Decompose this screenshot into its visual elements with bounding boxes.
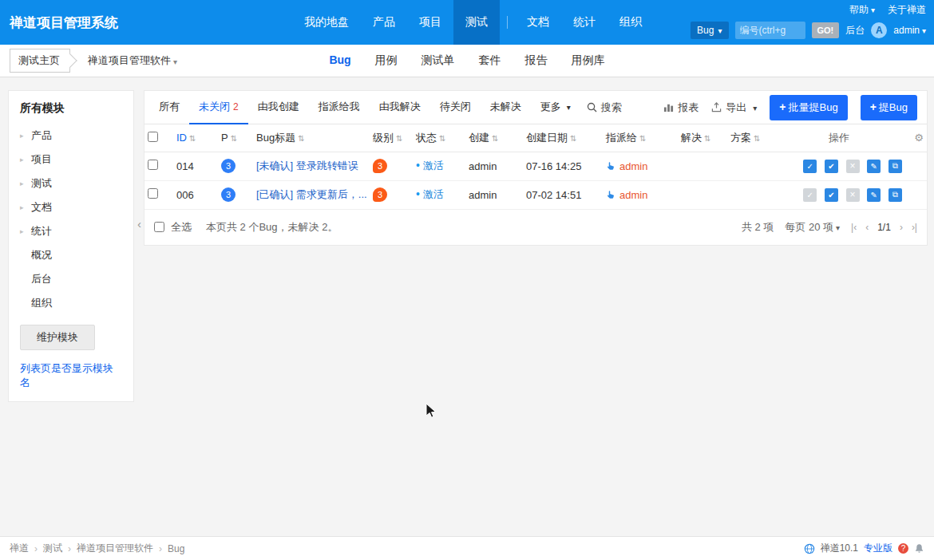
bell-icon[interactable] [914,543,924,554]
edit-bug-icon[interactable] [867,160,881,173]
test-section-tabs: Bug 用例 测试单 套件 报告 用例库 [329,53,604,68]
confirm-bug-icon[interactable] [803,160,817,173]
hand-pointer-icon [606,190,615,199]
sidebar-item-product[interactable]: 产品 [9,124,133,148]
tab-suite[interactable]: 套件 [479,53,501,68]
toggle-module-name-link[interactable]: 列表页是否显示模块名 [20,361,122,390]
sidebar-item-label: 组织 [31,296,52,310]
resolve-bug-icon[interactable] [825,188,838,202]
col-header-title[interactable]: Bug标题 [256,132,305,144]
row-checkbox[interactable] [148,160,158,170]
sidebar-item-stats[interactable]: 统计 [9,219,133,243]
resolve-bug-icon[interactable] [825,160,838,173]
report-label: 报表 [678,101,699,115]
nav-doc[interactable]: 文档 [515,0,561,45]
copy-bug-icon[interactable] [888,160,902,173]
quick-module-select[interactable]: Bug [691,22,728,39]
col-header-severity[interactable]: 级别 [373,132,402,144]
avatar[interactable]: A [871,22,887,38]
last-page-icon[interactable] [912,222,917,233]
select-all-control[interactable]: 全选 [154,220,192,235]
globe-icon [804,543,815,554]
filter-opened-by-me[interactable]: 由我创建 [248,91,309,124]
export-menu[interactable]: 导出 [711,101,757,115]
sidebar-item-overview[interactable]: 概况 [9,243,133,267]
sidebar-collapse-handle[interactable] [137,217,141,231]
tab-case[interactable]: 用例 [375,53,398,68]
filter-more[interactable]: 更多 [531,91,580,124]
col-header-pri[interactable]: P [221,132,237,144]
bug-title-link[interactable]: [未确认] 登录跳转错误 [256,160,358,172]
first-page-icon[interactable] [851,222,857,233]
confirm-bug-icon[interactable] [803,188,817,202]
next-page-icon[interactable] [900,222,903,233]
go-button[interactable]: GO! [812,22,840,38]
close-bug-icon[interactable] [846,160,860,173]
col-header-resolved-by[interactable]: 解决 [681,132,710,144]
nav-stats[interactable]: 统计 [561,0,607,45]
filter-unclosed[interactable]: 未关闭2 [189,91,248,124]
filter-assigned-to-me[interactable]: 指派给我 [309,91,370,124]
sidebar-item-admin[interactable]: 后台 [9,267,133,291]
status-badge: 激活 [416,188,444,200]
nav-my-dashboard[interactable]: 我的地盘 [292,0,361,45]
report-link[interactable]: 报表 [663,101,699,115]
sidebar-item-label: 后台 [31,272,52,286]
tab-test-home[interactable]: 测试主页 [10,49,70,73]
filter-unresolved[interactable]: 未解决 [481,91,531,124]
help-question-icon[interactable]: ? [898,543,908,554]
close-bug-icon[interactable] [846,188,860,202]
brand-title[interactable]: 禅道项目管理系统 [10,14,118,32]
sidebar-item-org[interactable]: 组织 [9,291,133,315]
sidebar-item-test[interactable]: 测试 [9,172,133,195]
sidebar-item-doc[interactable]: 文档 [9,195,133,219]
user-menu[interactable]: admin [893,25,926,36]
id-search-input[interactable] [735,22,805,39]
footer-crumb-product[interactable]: 禅道项目管理软件 [77,542,153,555]
maintain-module-button[interactable]: 维护模块 [20,325,95,350]
col-header-id[interactable]: ID [176,132,196,144]
table-header-row: ID P Bug标题 级别 状态 创建 创建日期 指派给 解决 方案 操作 [144,124,927,152]
tab-report[interactable]: 报告 [525,53,548,68]
product-dropdown[interactable]: 禅道项目管理软件 [88,53,177,68]
create-bug-button[interactable]: 提Bug [861,95,917,120]
footer-crumb-zentao[interactable]: 禅道 [10,542,29,555]
nav-divider [507,16,508,29]
col-header-solution[interactable]: 方案 [730,132,760,144]
per-page-select[interactable]: 每页 20 项 [785,220,840,235]
search-toggle[interactable]: 搜索 [587,101,622,115]
nav-product[interactable]: 产品 [361,0,407,45]
col-header-created-date[interactable]: 创建日期 [526,132,576,144]
help-menu[interactable]: 帮助 [849,3,875,17]
nav-project[interactable]: 项目 [407,0,453,45]
filter-to-closed[interactable]: 待关闭 [430,91,481,124]
row-checkbox[interactable] [148,188,158,199]
col-header-assigned-to[interactable]: 指派给 [606,132,646,144]
bug-title-link[interactable]: [已确认] 需求更新后，... [256,188,367,200]
col-header-status[interactable]: 状态 [416,132,445,144]
nav-org[interactable]: 组织 [607,0,654,45]
tab-caselib[interactable]: 用例库 [572,53,605,68]
tab-testtask[interactable]: 测试单 [421,53,455,68]
tab-bug[interactable]: Bug [329,53,350,68]
filter-resolved-by-me[interactable]: 由我解决 [370,91,430,124]
bug-id: 006 [176,189,194,201]
gear-icon[interactable] [914,132,924,144]
admin-console-link[interactable]: 后台 [845,24,865,37]
sidebar-item-project[interactable]: 项目 [9,148,133,172]
edit-bug-icon[interactable] [867,188,881,202]
col-header-creator[interactable]: 创建 [469,132,498,144]
filter-all[interactable]: 所有 [149,91,189,124]
select-all-checkbox[interactable] [154,222,164,232]
select-all-header-checkbox[interactable] [148,132,158,142]
prev-page-icon[interactable] [865,222,869,233]
batch-create-bug-button[interactable]: 批量提Bug [770,95,847,120]
footer-crumb-bug[interactable]: Bug [168,543,184,554]
footer-crumb-test[interactable]: 测试 [43,542,62,555]
edition-link[interactable]: 专业版 [864,542,892,555]
zentao-app: 禅道项目管理系统 我的地盘 产品 项目 测试 文档 统计 组织 帮助 关于禅道 … [0,0,934,560]
top-navbar: 禅道项目管理系统 我的地盘 产品 项目 测试 文档 统计 组织 帮助 关于禅道 … [0,0,934,45]
about-link[interactable]: 关于禅道 [888,3,926,17]
copy-bug-icon[interactable] [888,188,902,202]
nav-test[interactable]: 测试 [453,0,500,45]
